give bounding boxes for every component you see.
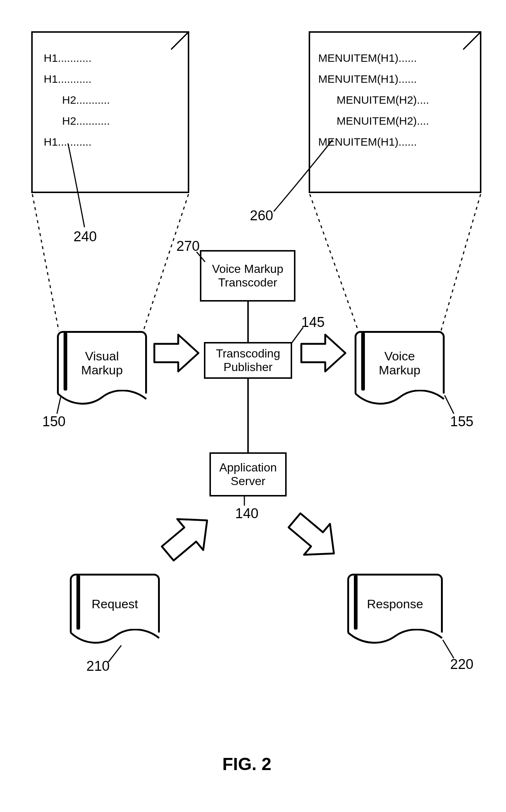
svg-line-10 [443,640,454,658]
leader-line [0,0,506,812]
figure-label: FIG. 2 [222,754,271,774]
diagram-canvas: H1........... H1........... H2..........… [0,0,506,812]
